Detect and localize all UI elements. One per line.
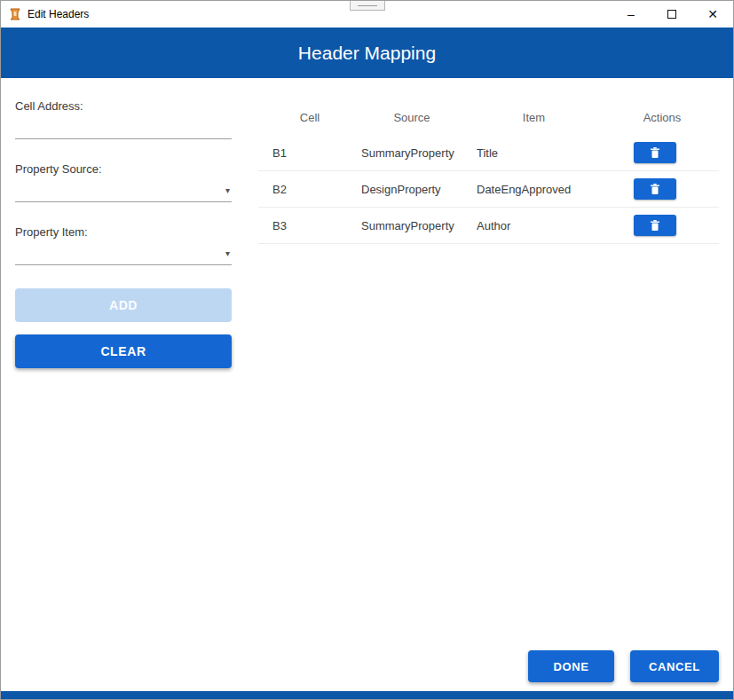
source-value: SummaryProperty — [347, 219, 462, 232]
edit-headers-window: Edit Headers – ✕ Header Mapping Cell Add… — [0, 0, 734, 700]
done-button[interactable]: DONE — [528, 650, 614, 682]
source-value: SummaryProperty — [347, 146, 462, 160]
property-item-field: Property Item: ▾ — [15, 225, 232, 265]
cell-address-input[interactable] — [15, 113, 232, 138]
table-row: B1 SummaryProperty Title — [258, 135, 719, 171]
column-header-item: Item — [462, 111, 591, 124]
mapping-table: Cell Source Item Actions B1 SummaryPrope… — [258, 99, 733, 368]
mapping-form: Cell Address: Property Source: ▾ Propert… — [1, 99, 258, 368]
cancel-button[interactable]: CANCEL — [630, 650, 719, 682]
cell-address-label: Cell Address: — [15, 99, 232, 113]
table-row: B3 SummaryProperty Author — [258, 208, 719, 244]
clear-button[interactable]: CLEAR — [15, 334, 232, 368]
column-header-cell: Cell — [258, 111, 347, 124]
minimize-icon: – — [627, 7, 635, 21]
header-banner: Header Mapping — [1, 28, 733, 78]
table-header-row: Cell Source Item Actions — [258, 99, 719, 135]
trash-icon — [650, 147, 660, 159]
item-value: Title — [462, 146, 591, 160]
cell-value: B2 — [258, 183, 347, 196]
column-header-actions: Actions — [591, 111, 719, 124]
table-row: B2 DesignProperty DateEngApproved — [258, 171, 719, 208]
property-source-label: Property Source: — [15, 162, 232, 176]
drag-handle-icon — [358, 5, 377, 6]
close-button[interactable]: ✕ — [692, 1, 733, 28]
chevron-down-icon: ▾ — [225, 248, 230, 258]
trash-icon — [650, 220, 660, 232]
item-value: Author — [462, 219, 591, 232]
property-item-select[interactable]: ▾ — [15, 239, 232, 265]
bottom-accent-bar — [1, 691, 733, 699]
property-source-field: Property Source: ▾ — [15, 162, 232, 202]
minimize-button[interactable]: – — [611, 1, 651, 28]
column-header-source: Source — [347, 111, 462, 124]
window-drag-notch[interactable] — [350, 1, 385, 11]
cell-value: B1 — [258, 146, 347, 160]
cell-address-field: Cell Address: — [15, 99, 232, 139]
maximize-button[interactable] — [651, 1, 692, 28]
cell-address-input-line — [15, 113, 232, 139]
app-icon — [8, 7, 22, 21]
item-value: DateEngApproved — [462, 183, 591, 196]
page-title: Header Mapping — [298, 43, 436, 64]
close-icon: ✕ — [707, 7, 718, 21]
main-content: Cell Address: Property Source: ▾ Propert… — [1, 78, 733, 368]
source-value: DesignProperty — [347, 183, 462, 196]
maximize-icon — [667, 10, 676, 19]
window-controls: – ✕ — [611, 1, 733, 28]
delete-row-button[interactable] — [634, 178, 676, 200]
property-item-label: Property Item: — [15, 225, 232, 239]
delete-row-button[interactable] — [634, 142, 676, 163]
add-button[interactable]: ADD — [15, 288, 232, 322]
trash-icon — [650, 184, 660, 195]
property-source-select[interactable]: ▾ — [15, 176, 232, 202]
window-title: Edit Headers — [28, 8, 89, 20]
chevron-down-icon: ▾ — [225, 185, 230, 195]
delete-row-button[interactable] — [634, 215, 676, 236]
cell-value: B3 — [258, 219, 347, 232]
footer-actions: DONE CANCEL — [528, 650, 719, 682]
